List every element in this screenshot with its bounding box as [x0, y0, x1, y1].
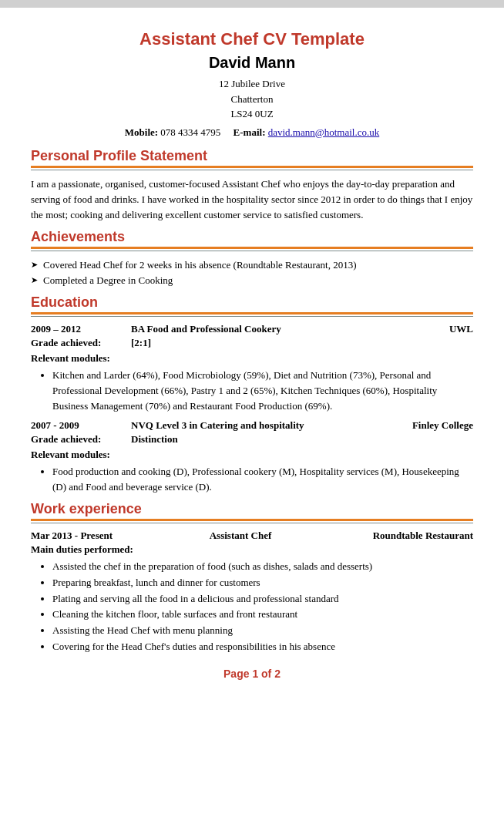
duty-item: Assisted the chef in the preparation of …: [52, 559, 473, 575]
edu-year-1: 2009 – 2012: [31, 323, 131, 335]
address-line2: Chatterton: [231, 93, 274, 105]
address-line3: LS24 0UZ: [230, 108, 273, 119]
modules-list-2: Food production and cooking (D), Profess…: [52, 464, 473, 495]
work-date-1: Mar 2013 - Present: [31, 530, 131, 542]
profile-text: I am a passionate, organised, customer-f…: [31, 177, 473, 223]
page-title: Assistant Chef CV Template: [31, 29, 473, 49]
edu-year-2: 2007 - 2009: [31, 419, 131, 432]
section-divider-orange: [31, 166, 473, 168]
contact-line: Mobile: 078 4334 4795 E-mail: david.mann…: [31, 126, 473, 139]
mobile-label: Mobile:: [125, 126, 158, 138]
achievements-section: Achievements Covered Head Chef for 2 wee…: [31, 229, 473, 288]
edu-grade-row-1: Grade achieved: [2:1]: [31, 337, 473, 349]
achievements-divider-gray: [31, 251, 473, 251]
education-section: Education 2009 – 2012 BA Food and Profes…: [31, 294, 473, 495]
address: 12 Jubilee Drive Chatterton LS24 0UZ: [31, 76, 473, 122]
achievement-item: Completed a Degree in Cooking: [31, 273, 473, 288]
email-label: E-mail:: [234, 126, 266, 138]
edu-row-1: 2009 – 2012 BA Food and Professional Coo…: [31, 323, 473, 335]
work-title-1: Assistant Chef: [131, 530, 350, 542]
address-line1: 12 Jubilee Drive: [219, 78, 285, 89]
module-item: Food production and cooking (D), Profess…: [52, 464, 473, 495]
candidate-name: David Mann: [31, 54, 473, 72]
edu-qual-1: BA Food and Professional Cookery: [131, 323, 381, 335]
cv-page: Assistant Chef CV Template David Mann 12…: [0, 8, 504, 814]
duties-list-1: Assisted the chef in the preparation of …: [52, 559, 473, 655]
education-heading: Education: [31, 294, 473, 311]
work-experience-section: Work experience Mar 2013 - Present Assis…: [31, 501, 473, 655]
relevant-modules-label-2: Relevant modules:: [31, 449, 473, 461]
edu-grade-label-2: Grade achieved:: [31, 433, 131, 446]
edu-row-2: 2007 - 2009 NVQ Level 3 in Catering and …: [31, 419, 473, 432]
education-divider-gray: [31, 316, 473, 317]
email-link[interactable]: david.mann@hotmail.co.uk: [268, 126, 379, 138]
mobile-value: 078 4334 4795: [160, 126, 220, 138]
work-place-1: Roundtable Restaurant: [350, 530, 473, 542]
page-footer: Page 1 of 2: [31, 668, 473, 680]
duty-item: Plating and serving all the food in a de…: [52, 591, 473, 607]
achievement-item: Covered Head Chef for 2 weeks in his abs…: [31, 257, 473, 273]
edu-grade-row-2: Grade achieved: Distinction: [31, 433, 473, 446]
work-divider-gray: [31, 523, 473, 523]
work-row-1: Mar 2013 - Present Assistant Chef Roundt…: [31, 530, 473, 542]
edu-grade-val-1: [2:1]: [131, 337, 151, 349]
main-duties-text: Main duties performed:: [31, 543, 133, 555]
work-experience-heading: Work experience: [31, 501, 473, 517]
module-item: Kitchen and Larder (64%), Food Microbiol…: [52, 368, 473, 414]
duty-item: Assisting the Head Chef with menu planni…: [52, 623, 473, 639]
duty-item: Preparing breakfast, lunch and dinner fo…: [52, 575, 473, 591]
achievements-heading: Achievements: [31, 229, 473, 245]
edu-grade-label-1: Grade achieved:: [31, 337, 131, 349]
edu-inst-2: Finley College: [381, 419, 473, 432]
work-divider-orange: [31, 519, 473, 521]
duty-item: Covering for the Head Chef's duties and …: [52, 639, 473, 655]
modules-list-1: Kitchen and Larder (64%), Food Microbiol…: [52, 368, 473, 414]
relevant-modules-label-1: Relevant modules:: [31, 352, 473, 365]
personal-profile-section: Personal Profile Statement I am a passio…: [31, 148, 473, 223]
edu-grade-val-2: Distinction: [131, 433, 178, 446]
main-duties-label: Main duties performed:: [31, 543, 473, 556]
edu-qual-2: NVQ Level 3 in Catering and hospitality: [131, 419, 381, 432]
personal-profile-heading: Personal Profile Statement: [31, 148, 473, 164]
section-divider-gray: [31, 170, 473, 170]
duty-item: Cleaning the kitchen floor, table surfac…: [52, 607, 473, 623]
achievements-list: Covered Head Chef for 2 weeks in his abs…: [31, 257, 473, 288]
achievements-divider-orange: [31, 247, 473, 249]
edu-inst-1: UWL: [381, 323, 473, 335]
education-divider-orange: [31, 312, 473, 314]
